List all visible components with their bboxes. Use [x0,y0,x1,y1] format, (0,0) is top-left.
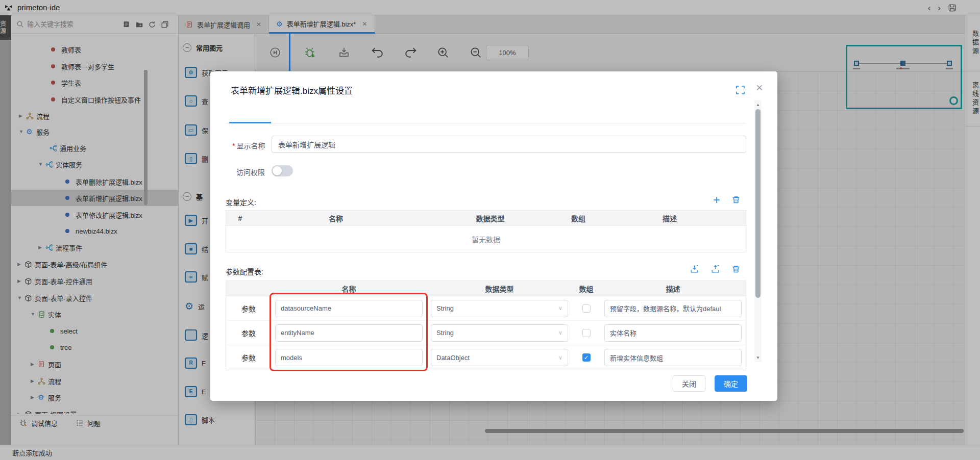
toggle-knob [273,166,282,175]
dialog-active-tab-indicator [229,122,271,123]
param-row: 参数 datasourceName String∨ 预留字段，数据源名称，默认为… [226,296,746,321]
add-variable-icon[interactable]: + [713,194,720,206]
col-array: 数组 [572,281,600,296]
chevron-down-icon: ∨ [558,354,562,361]
param-kind-label: 参数 [241,328,256,338]
display-name-label: *显示名称 [232,140,265,150]
application-window: primeton-ide ‹ › 资源 [0,0,980,460]
param-type-select[interactable]: DataObject∨ [431,349,568,366]
col-desc: 描述 [600,281,746,296]
export-params-icon[interactable] [710,264,720,274]
confirm-button[interactable]: 确定 [715,375,747,392]
param-row: 参数 models DataObject∨ 新增实体信息数组 [226,345,746,370]
import-params-icon[interactable] [690,264,699,274]
col-type: 数据类型 [427,281,572,296]
param-name-input[interactable]: datasourceName [275,300,423,317]
required-asterisk: * [232,142,235,150]
properties-dialog: 表单新增扩展逻辑.bizx属性设置 ✕ *显示名称 访问权限 变量定义: + #… [210,71,777,401]
col-type: 数据类型 [418,211,563,225]
variable-table: # 名称 数据类型 数组 描述 暂无数据 [226,210,746,252]
param-type-select[interactable]: String∨ [431,300,568,317]
dialog-scrollbar[interactable]: ▲ ▼ [754,100,762,362]
param-kind-label: 参数 [241,352,256,363]
col-name: 名称 [254,211,418,225]
param-desc-input[interactable]: 实体名称 [604,324,742,342]
scroll-down-icon[interactable]: ▼ [754,354,762,361]
param-array-checkbox[interactable] [582,353,591,362]
variable-def-label: 变量定义: [226,197,256,207]
fullscreen-icon[interactable] [736,86,745,94]
access-label: 访问权限 [236,167,265,177]
col-array: 数组 [563,211,594,225]
param-table: 名称 数据类型 数组 描述 参数 datasourceName String∨ … [226,280,746,370]
delete-params-icon[interactable] [731,265,741,274]
display-name-input[interactable] [272,136,746,153]
col-desc: 描述 [594,211,746,225]
scroll-up-icon[interactable]: ▲ [754,101,762,108]
param-name-input[interactable]: models [275,349,423,366]
close-icon[interactable]: ✕ [756,83,763,93]
param-desc-input[interactable]: 新增实体信息数组 [604,349,742,366]
param-table-body: 参数 datasourceName String∨ 预留字段，数据源名称，默认为… [226,296,746,370]
delete-variable-icon[interactable] [731,195,741,205]
param-array-checkbox[interactable] [582,304,591,313]
param-table-label: 参数配置表: [226,266,263,276]
col-empty [226,281,271,296]
col-index: # [226,211,254,225]
variable-table-header: # 名称 数据类型 数组 描述 [226,211,746,226]
param-row: 参数 entityName String∨ 实体名称 [226,321,746,345]
param-type-select[interactable]: String∨ [431,324,568,342]
param-desc-input[interactable]: 预留字段，数据源名称，默认为defaul [604,300,742,317]
scrollbar-thumb[interactable] [755,109,761,298]
param-name-input[interactable]: entityName [275,324,423,342]
param-kind-label: 参数 [241,303,256,314]
dialog-tab-divider [226,123,746,123]
chevron-down-icon: ∨ [558,305,562,312]
close-button[interactable]: 关闭 [673,375,705,392]
chevron-down-icon: ∨ [558,329,562,336]
dialog-title: 表单新增扩展逻辑.bizx属性设置 [231,84,353,96]
param-array-checkbox[interactable] [582,329,591,337]
empty-data-text: 暂无数据 [226,226,746,252]
col-name: 名称 [271,281,427,296]
param-table-header: 名称 数据类型 数组 描述 [226,281,746,296]
access-toggle[interactable] [272,165,293,176]
